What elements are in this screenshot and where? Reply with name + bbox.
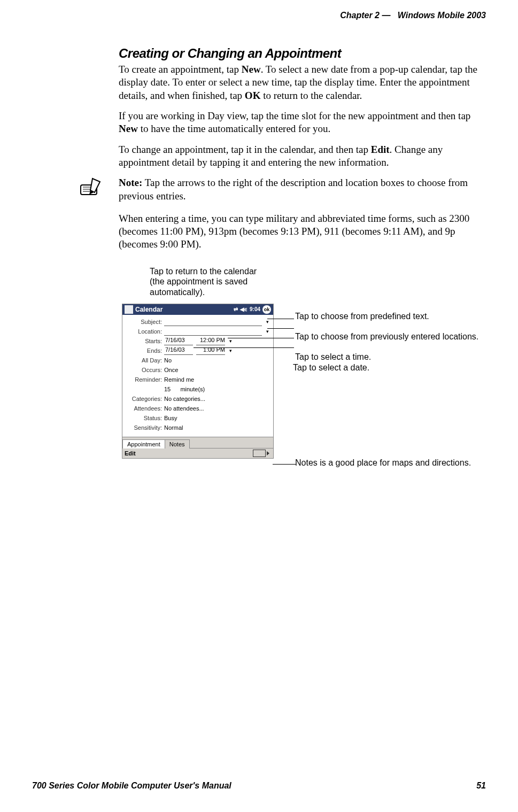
sensitivity-value[interactable]: Normal xyxy=(164,424,270,431)
starts-label: Starts: xyxy=(126,338,164,344)
reminder-unit[interactable]: minute(s) xyxy=(180,386,205,392)
volume-icon: ◀ϵ xyxy=(240,306,248,312)
reminder-label: Reminder: xyxy=(126,376,164,383)
location-input[interactable] xyxy=(164,327,262,336)
paragraph-2: If you are working in Day view, tap the … xyxy=(119,110,482,136)
subject-input[interactable] xyxy=(164,318,262,326)
note-block: Note: Tap the arrows to the right of the… xyxy=(119,176,482,203)
callout-locations: Tap to choose from previously entered lo… xyxy=(295,331,478,342)
callout-top: Tap to return to the calendar (the appoi… xyxy=(150,266,273,298)
tab-appointment[interactable]: Appointment xyxy=(122,439,165,448)
status-label: Status: xyxy=(126,415,164,421)
leader-line xyxy=(194,347,294,348)
footer-manual-title: 700 Series Color Mobile Computer User's … xyxy=(32,781,231,791)
sensitivity-label: Sensitivity: xyxy=(126,424,164,431)
chapter-label: Chapter 2 xyxy=(340,11,380,20)
connectivity-icon: ⇄ xyxy=(234,306,238,312)
dash: — xyxy=(382,11,390,20)
figure: Tap to return to the calendar (the appoi… xyxy=(119,266,482,523)
running-header: Chapter 2 — Windows Mobile 2003 xyxy=(59,11,486,20)
end-date[interactable]: 7/16/03 xyxy=(164,346,193,355)
ends-label: Ends: xyxy=(126,347,164,354)
leader-line xyxy=(267,319,294,319)
categories-label: Categories: xyxy=(126,396,164,402)
start-date[interactable]: 7/16/03 xyxy=(164,337,193,345)
tab-notes[interactable]: Notes xyxy=(165,439,190,448)
occurs-value[interactable]: Once xyxy=(164,367,270,373)
chevron-down-icon[interactable]: ▾ xyxy=(265,329,270,334)
attendees-label: Attendees: xyxy=(126,405,164,412)
product-name: Windows Mobile 2003 xyxy=(398,11,486,20)
ok-button[interactable]: ok xyxy=(262,305,271,314)
location-label: Location: xyxy=(126,328,164,335)
status-icons: ⇄ ◀ϵ 9:04 xyxy=(234,306,260,312)
app-title: Calendar xyxy=(135,306,163,313)
attendees-value[interactable]: No attendees... xyxy=(164,405,270,412)
callout-predefined-text: Tap to choose from predefined text. xyxy=(295,311,429,322)
occurs-label: Occurs: xyxy=(126,367,164,373)
paragraph-4: When entering a time, you can type milit… xyxy=(119,212,482,251)
device-screenshot: Calendar ⇄ ◀ϵ 9:04 ok Subject:▾ Location… xyxy=(122,304,274,459)
note-pencil-icon xyxy=(79,176,111,200)
chevron-down-icon[interactable]: ▾ xyxy=(228,348,233,353)
categories-value[interactable]: No categories... xyxy=(164,396,270,402)
allday-value[interactable]: No xyxy=(164,357,270,364)
start-time[interactable]: 12:00 PM xyxy=(196,337,225,345)
paragraph-1: To create an appointment, tap New. To se… xyxy=(119,63,482,102)
titlebar: Calendar ⇄ ◀ϵ 9:04 ok xyxy=(122,304,273,315)
chevron-down-icon[interactable]: ▾ xyxy=(228,338,233,344)
section-title: Creating or Changing an Appointment xyxy=(119,46,482,61)
note-text: Note: Tap the arrows to the right of the… xyxy=(119,176,482,203)
reminder-value[interactable]: Remind me xyxy=(164,376,270,383)
softkey-edit[interactable]: Edit xyxy=(125,450,136,457)
clock-text: 9:04 xyxy=(250,306,260,312)
leader-line xyxy=(273,464,296,465)
leader-line xyxy=(267,328,294,329)
subject-label: Subject: xyxy=(126,319,164,325)
footer-page-number: 51 xyxy=(476,781,486,791)
start-icon[interactable] xyxy=(125,305,133,314)
keyboard-icon[interactable] xyxy=(253,450,266,457)
page-footer: 700 Series Color Mobile Computer User's … xyxy=(32,781,486,791)
callout-date: Tap to select a date. xyxy=(293,362,369,373)
chevron-down-icon[interactable]: ▾ xyxy=(265,319,270,324)
callout-time: Tap to select a time. xyxy=(295,352,371,362)
leader-line xyxy=(228,338,294,338)
allday-label: All Day: xyxy=(126,357,164,364)
callout-notes: Notes is a good place for maps and direc… xyxy=(295,458,471,468)
paragraph-3: To change an appointment, tap it in the … xyxy=(119,143,482,169)
status-value[interactable]: Busy xyxy=(164,415,270,421)
reminder-num[interactable]: 15 xyxy=(164,386,171,392)
